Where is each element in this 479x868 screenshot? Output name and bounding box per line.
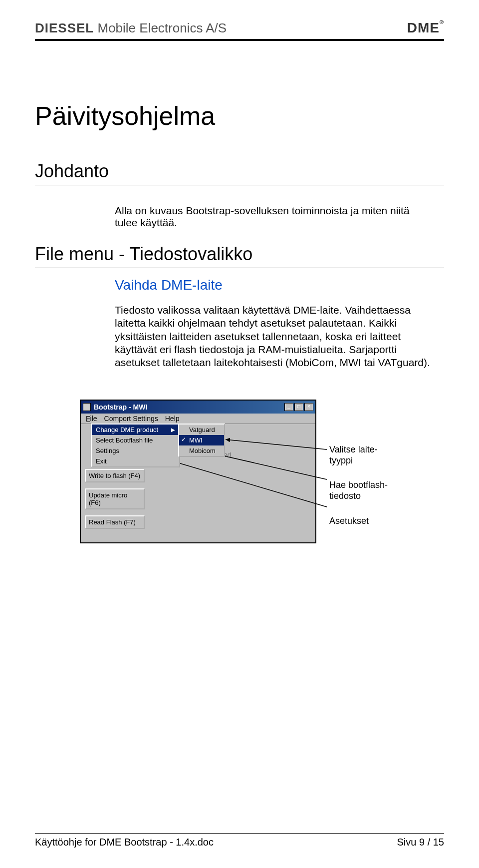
menu-item-label: Settings <box>96 447 119 454</box>
footer-divider <box>35 833 444 834</box>
page-title: Päivitysohjelma <box>35 101 444 131</box>
footer-right: Sivu 9 / 15 <box>397 837 444 848</box>
document-header: DIESSEL Mobile Electronics A/S DME® <box>35 20 444 39</box>
section-divider-1 <box>35 185 444 185</box>
titlebar: Bootstrap - MWI _ □ × <box>81 401 315 414</box>
submenu-item-vatguard[interactable]: Vatguard <box>179 425 224 435</box>
app-icon <box>83 403 91 411</box>
menu-item-label: Exit <box>96 457 107 465</box>
menu-item-select-bootflash[interactable]: Select Bootflash file <box>92 435 179 445</box>
maximize-button[interactable]: □ <box>294 403 303 411</box>
section-heading-intro: Johdanto <box>35 161 444 182</box>
screenshot-figure: Bootstrap - MWI _ □ × File Comport Setti… <box>80 400 399 549</box>
menu-item-change-product[interactable]: Change DME product ▶ <box>92 425 179 435</box>
submenu-arrow-icon: ▶ <box>171 427 175 433</box>
product-submenu: Vatguard MWI Mobicom <box>178 424 225 457</box>
section-divider-2 <box>35 268 444 268</box>
menu-help[interactable]: Help <box>162 415 183 423</box>
menu-item-exit[interactable]: Exit <box>92 456 179 466</box>
update-micro-button[interactable]: Update micro (F6) <box>85 488 145 509</box>
file-dropdown-menu: Change DME product ▶ Select Bootflash fi… <box>91 424 180 467</box>
brand-diessel: DIESSEL <box>35 20 94 35</box>
submenu-item-mobicom[interactable]: Mobicom <box>179 445 224 456</box>
menu-item-settings[interactable]: Settings <box>92 445 179 456</box>
close-button[interactable]: × <box>304 403 313 411</box>
callout-bootflash-file: Hae bootflash-tiedosto <box>329 480 399 501</box>
write-flash-button[interactable]: Write to flash (F4) <box>85 469 145 482</box>
intro-text: Alla on kuvaus Bootstrap-sovelluksen toi… <box>115 205 434 229</box>
reg-mark: ® <box>440 19 444 25</box>
menubar: File Comport Settings Help <box>81 414 315 424</box>
callout-settings: Asetukset <box>329 516 399 527</box>
submenu-item-mwi[interactable]: MWI <box>179 435 224 445</box>
menu-item-label: Select Bootflash file <box>96 436 153 444</box>
menu-comport[interactable]: Comport Settings <box>101 415 161 423</box>
section-heading-filemenu: File menu - Tiedostovalikko <box>35 244 444 265</box>
minimize-button[interactable]: _ <box>284 403 293 411</box>
callout-labels: Valitse laite-tyyppi Hae bootflash-tiedo… <box>329 444 399 540</box>
callout-device-type: Valitse laite-tyyppi <box>329 444 399 466</box>
footer-left: Käyttöohje for DME Bootstrap - 1.4x.doc <box>35 837 214 848</box>
header-divider <box>35 39 444 41</box>
body-text: Tiedosto valikossa valitaan käytettävä D… <box>115 304 434 369</box>
brand-left: DIESSEL Mobile Electronics A/S <box>35 20 227 36</box>
brand-dme: DME <box>407 20 440 35</box>
page-footer: Käyttöohje for DME Bootstrap - 1.4x.doc … <box>35 833 444 848</box>
subheading-change-device: Vaihda DME-laite <box>115 277 434 293</box>
brand-subtitle: Mobile Electronics A/S <box>94 20 227 35</box>
brand-right: DME® <box>407 20 444 36</box>
menu-item-label: Change DME product <box>96 426 158 434</box>
app-window: Bootstrap - MWI _ □ × File Comport Setti… <box>80 400 316 543</box>
menu-file[interactable]: File <box>83 415 100 423</box>
window-title: Bootstrap - MWI <box>94 403 284 411</box>
read-flash-button[interactable]: Read Flash (F7) <box>85 515 145 529</box>
